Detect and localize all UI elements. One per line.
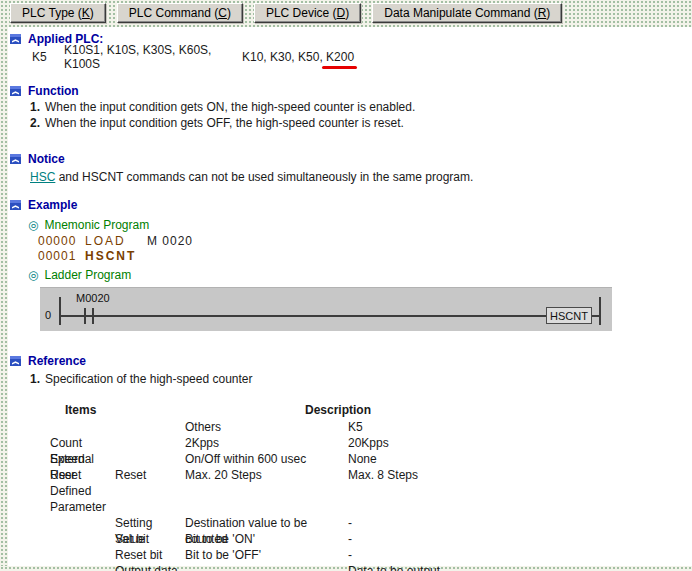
hscnt-instruction-box: HSCNT xyxy=(546,307,592,324)
table-cell xyxy=(50,547,115,563)
book-icon xyxy=(10,355,22,367)
table-cell: Bit to be 'OFF' xyxy=(185,547,348,563)
table-cell xyxy=(115,419,185,435)
item-text: When the input condition gets OFF, the h… xyxy=(45,116,404,130)
red-underline-annotation xyxy=(322,66,357,69)
item-text: Specification of the high-speed counter xyxy=(45,372,252,386)
rung-number: 0 xyxy=(45,309,51,321)
k200-highlight: K200 xyxy=(326,50,354,64)
plc-group-k5: K5 xyxy=(32,50,64,64)
table-cell: Set bit xyxy=(115,531,185,547)
table-cell xyxy=(50,419,115,435)
plc-type-button[interactable]: PLC Type (K) xyxy=(10,3,106,23)
item-number: 1. xyxy=(30,372,40,386)
plc-group-k10s-series: K10S1, K10S, K30S, K60S, K100S xyxy=(64,43,242,71)
table-cell: - xyxy=(348,531,690,547)
right-power-rail xyxy=(599,297,601,325)
function-item: 1.When the input condition gets ON, the … xyxy=(30,99,690,115)
table-cell: Parameter xyxy=(50,499,115,515)
button-label: ) xyxy=(546,6,550,20)
table-cell: - xyxy=(185,563,348,571)
table-cell xyxy=(115,435,185,451)
table-cell: - xyxy=(348,547,690,563)
section-title: Reference xyxy=(28,354,86,368)
plc-device-button[interactable]: PLC Device (D) xyxy=(254,3,361,23)
mnemonic-line: 00001 HSCNT xyxy=(38,248,690,263)
table-cell xyxy=(115,483,185,499)
section-title: Function xyxy=(28,84,79,98)
accelerator-key: K xyxy=(82,6,90,20)
step-address: 00001 xyxy=(38,249,85,263)
ladder-program-header: ◎ Ladder Program xyxy=(28,267,690,283)
accelerator-key: R xyxy=(538,6,547,20)
operand: M 0020 xyxy=(147,234,193,248)
table-cell xyxy=(185,483,348,499)
description-column-header: Description xyxy=(305,403,371,417)
table-cell: Reset bit xyxy=(115,547,185,563)
table-cell xyxy=(348,483,690,499)
rung-line xyxy=(59,315,601,317)
item-number: 1. xyxy=(30,100,40,114)
hsc-link[interactable]: HSC xyxy=(30,170,55,184)
table-cell: User xyxy=(50,467,115,483)
instruction: LOAD xyxy=(85,234,147,248)
notice-text-rest: and HSCNT commands can not be used simul… xyxy=(59,170,474,184)
button-label: ) xyxy=(227,6,231,20)
table-cell xyxy=(115,451,185,467)
bullseye-icon: ◎ xyxy=(28,218,38,232)
table-cell: External Reset xyxy=(50,451,115,467)
table-cell: Reset xyxy=(115,467,185,483)
table-row: Setting ValueDestination value to be cou… xyxy=(50,515,690,531)
table-cell: Destination value to be counted xyxy=(185,515,348,531)
contact-bar xyxy=(92,308,94,324)
book-icon xyxy=(10,33,22,45)
button-label: PLC Command ( xyxy=(129,6,218,20)
plc-group-k10-series: K10, K30, K50, K200 xyxy=(242,50,354,64)
table-cell: Count Speed xyxy=(50,435,115,451)
bullseye-icon: ◎ xyxy=(28,268,38,282)
table-cell xyxy=(348,499,690,515)
table-row: External ResetOn/Off within 600 usecNone xyxy=(50,451,690,467)
table-cell xyxy=(50,563,115,571)
toolbar: PLC Type (K) PLC Command (C) PLC Device … xyxy=(10,3,562,23)
data-manipulate-command-button[interactable]: Data Manipulate Command (R) xyxy=(372,3,562,23)
subsection-title: Mnemonic Program xyxy=(44,218,149,232)
table-header-row: Items Description xyxy=(50,403,690,419)
accelerator-key: C xyxy=(218,6,227,20)
button-label: ) xyxy=(345,6,349,20)
table-cell xyxy=(50,531,115,547)
left-power-rail xyxy=(59,297,61,325)
table-row: UserResetMax. 20 StepsMax. 8 Steps xyxy=(50,467,690,483)
table-row: Reset bitBit to be 'OFF'- xyxy=(50,547,690,563)
table-row: Count Speed2Kpps20Kpps xyxy=(50,435,690,451)
notice-text: HSC and HSCNT commands can not be used s… xyxy=(30,169,690,185)
section-function-header: Function xyxy=(10,83,690,99)
step-address: 00000 xyxy=(38,234,85,248)
table-row: Output data-Data to be output xyxy=(50,563,690,571)
function-item: 2.When the input condition gets OFF, the… xyxy=(30,115,690,131)
section-title: Notice xyxy=(28,152,65,166)
table-cell: On/Off within 600 usec xyxy=(185,451,348,467)
instruction: HSCNT xyxy=(85,249,147,263)
book-icon xyxy=(10,199,22,211)
specification-table: Items Description OthersK5 Count Speed2K… xyxy=(50,403,690,571)
items-column-header: Items xyxy=(65,403,96,417)
table-cell: Setting Value xyxy=(115,515,185,531)
section-title: Example xyxy=(28,198,77,212)
plc-command-button[interactable]: PLC Command (C) xyxy=(117,3,243,23)
window-left-border xyxy=(0,0,8,571)
table-cell: Max. 8 Steps xyxy=(348,467,690,483)
help-content: Applied PLC: K5 K10S1, K10S, K30S, K60S,… xyxy=(10,31,690,571)
table-cell xyxy=(50,515,115,531)
table-cell: Data to be output xyxy=(348,563,690,571)
button-label: Data Manipulate Command ( xyxy=(384,6,537,20)
table-cell: Defined xyxy=(50,483,115,499)
section-reference-header: Reference xyxy=(10,353,690,369)
book-icon xyxy=(10,153,22,165)
table-cell xyxy=(185,499,348,515)
mnemonic-line: 00000 LOAD M 0020 xyxy=(38,233,690,248)
table-row: OthersK5 xyxy=(50,419,690,435)
item-text: When the input condition gets ON, the hi… xyxy=(45,100,415,114)
table-cell: 2Kpps xyxy=(185,435,348,451)
table-cell xyxy=(115,499,185,515)
